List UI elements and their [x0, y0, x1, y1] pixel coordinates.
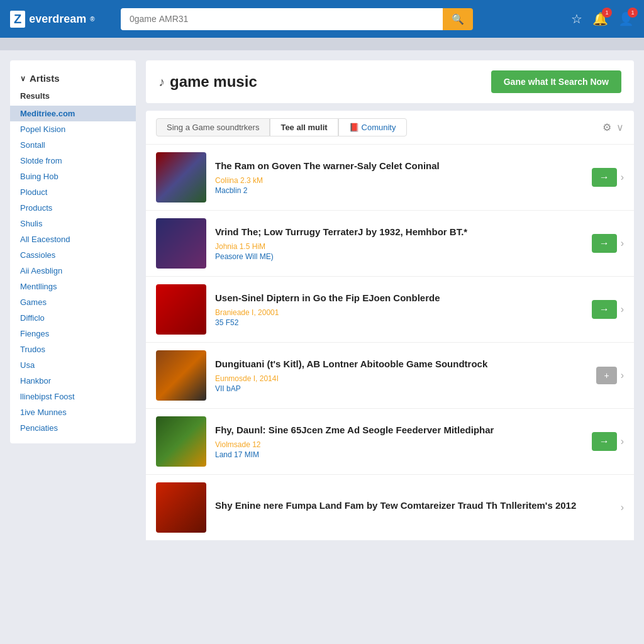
result-actions-1: →›	[592, 234, 624, 253]
result-chevron-right-icon-0[interactable]: ›	[621, 172, 624, 183]
bell-icon[interactable]: 🔔 1	[592, 11, 608, 26]
result-action-gray-3[interactable]: +	[596, 367, 616, 384]
sidebar-item-13[interactable]: Difficlo	[10, 310, 136, 326]
result-action-green-1[interactable]: →	[592, 234, 617, 253]
sidebar-items: Meditriee.comPopel KisionSontallSlotde f…	[10, 106, 136, 436]
result-item-5: Shy Enine nere Fumpa Land Fam by Tew Com…	[146, 475, 634, 540]
result-action-green-2[interactable]: →	[592, 300, 617, 319]
result-info-0: The Ram on Goven The warner-Saly Celet C…	[215, 160, 583, 195]
search-input[interactable]	[121, 8, 443, 30]
result-chevron-right-icon-5[interactable]: ›	[621, 502, 624, 513]
logo-z-icon: Z	[10, 11, 25, 28]
result-chevron-right-icon-2[interactable]: ›	[621, 304, 624, 315]
search-now-button[interactable]: Gane what It Search Now	[491, 70, 621, 93]
bell-badge: 1	[602, 8, 612, 18]
result-meta-3: Eunmosde I, 2014I	[215, 374, 587, 383]
result-title-5: Shy Enine nere Fumpa Land Fam by Tew Com…	[215, 499, 612, 512]
sidebar-item-19[interactable]: 1ive Munnes	[10, 404, 136, 420]
tabs-row: Sing a Game soundtrkers Tee all mulit 📕 …	[146, 111, 634, 145]
result-sub-meta-4: Land 17 MIM	[215, 450, 583, 459]
result-chevron-right-icon-3[interactable]: ›	[621, 370, 624, 381]
sidebar-section-artists[interactable]: ∨ Artists	[10, 68, 136, 89]
search-title: ♪ game music	[158, 73, 257, 91]
result-item-2: Usen-Sinel Diptern in Go the Fip EJoen C…	[146, 277, 634, 343]
result-meta-0: Coliina 2.3 kM	[215, 176, 583, 185]
tab-community-label: Comunity	[362, 123, 396, 132]
sidebar-item-20[interactable]: Penciaties	[10, 420, 136, 436]
result-sub-meta-2: 35 F52	[215, 318, 583, 327]
tab-tee-all[interactable]: Tee all mulit	[270, 118, 338, 136]
sidebar-item-7[interactable]: Shulis	[10, 216, 136, 231]
search-button[interactable]: 🔍	[443, 8, 473, 30]
sidebar-item-18[interactable]: llinebipst Foost	[10, 389, 136, 404]
tabs-card: Sing a Game soundtrkers Tee all mulit 📕 …	[146, 111, 634, 540]
sidebar-item-12[interactable]: Games	[10, 294, 136, 310]
result-info-2: Usen-Sinel Diptern in Go the Fip EJoen C…	[215, 292, 583, 327]
result-info-5: Shy Enine nere Fumpa Land Fam by Tew Com…	[215, 499, 612, 516]
result-title-1: Vrind The; Low Turrugy TerraterJ by 1932…	[215, 226, 583, 238]
result-chevron-right-icon-1[interactable]: ›	[621, 238, 624, 249]
result-meta-4: Violmsade 12	[215, 440, 583, 449]
tab-sing-game[interactable]: Sing a Game soundtrkers	[156, 118, 270, 136]
result-title-3: Dungituani (t's Kitl), AB Lontner Abitoo…	[215, 358, 587, 370]
result-actions-2: →›	[592, 300, 624, 319]
tabs-right: ⚙ ∨	[602, 121, 624, 133]
sidebar-item-4[interactable]: Buing Hob	[10, 169, 136, 184]
sub-header	[0, 38, 644, 50]
result-thumbnail-0	[156, 152, 206, 203]
sidebar-item-16[interactable]: Usa	[10, 357, 136, 373]
sidebar-item-10[interactable]: Aii Aesblign	[10, 263, 136, 279]
music-icon: ♪	[158, 75, 165, 89]
result-actions-5: ›	[621, 502, 624, 513]
chevron-down-icon: ∨	[20, 74, 26, 83]
result-thumbnail-1	[156, 218, 206, 269]
user-badge: 1	[628, 8, 638, 18]
result-item-1: Vrind The; Low Turrugy TerraterJ by 1932…	[146, 211, 634, 277]
tab-community[interactable]: 📕 Comunity	[338, 118, 407, 136]
result-thumbnail-2	[156, 284, 206, 335]
result-meta-1: Johnia 1.5 HiM	[215, 242, 583, 251]
result-action-green-4[interactable]: →	[592, 432, 617, 451]
result-info-4: Fhy, Daunl: Sine 65Jcen Zme Ad Seogle Fe…	[215, 424, 583, 459]
sidebar-item-6[interactable]: Products	[10, 200, 136, 216]
tabs-chevron-down-icon[interactable]: ∨	[616, 121, 624, 133]
sidebar-item-17[interactable]: Hankbor	[10, 373, 136, 389]
result-title-4: Fhy, Daunl: Sine 65Jcen Zme Ad Seogle Fe…	[215, 424, 583, 436]
sidebar-item-8[interactable]: All Eacestond	[10, 231, 136, 247]
sidebar-item-2[interactable]: Sontall	[10, 137, 136, 153]
result-sub-meta-1: Peasore Will ME)	[215, 252, 583, 261]
user-icon[interactable]: 👤 1	[618, 11, 634, 26]
result-thumbnail-4	[156, 416, 206, 467]
result-meta-2: Branieade I, 20001	[215, 308, 583, 317]
result-sub-meta-3: VII bAP	[215, 384, 587, 393]
result-chevron-right-icon-4[interactable]: ›	[621, 436, 624, 447]
header-icons: ☆ 🔔 1 👤 1	[571, 11, 634, 26]
sidebar-item-11[interactable]: Mentllings	[10, 279, 136, 294]
sidebar-item-15[interactable]: Trudos	[10, 341, 136, 357]
search-header-card: ♪ game music Gane what It Search Now	[146, 60, 634, 103]
sidebar-item-1[interactable]: Popel Kision	[10, 121, 136, 137]
favorite-icon[interactable]: ☆	[571, 11, 582, 26]
result-title-2: Usen-Sinel Diptern in Go the Fip EJoen C…	[215, 292, 583, 304]
search-bar: 🔍	[121, 8, 473, 30]
sidebar: ∨ Artists Results Meditriee.comPopel Kis…	[10, 60, 136, 443]
sidebar-item-3[interactable]: Slotde from	[10, 153, 136, 169]
settings-icon[interactable]: ⚙	[602, 121, 611, 133]
result-sub-meta-0: Macblin 2	[215, 186, 583, 195]
result-actions-0: →›	[592, 168, 624, 187]
result-info-1: Vrind The; Low Turrugy TerraterJ by 1932…	[215, 226, 583, 261]
sidebar-item-14[interactable]: Fienges	[10, 326, 136, 341]
sidebar-item-5[interactable]: Ploduct	[10, 184, 136, 200]
logo: Z everdream®	[10, 11, 111, 28]
result-thumbnail-3	[156, 350, 206, 401]
logo-reg: ®	[90, 16, 94, 23]
main-layout: ∨ Artists Results Meditriee.comPopel Kis…	[0, 50, 644, 616]
sidebar-item-0[interactable]: Meditriee.com	[10, 106, 136, 121]
result-item-4: Fhy, Daunl: Sine 65Jcen Zme Ad Seogle Fe…	[146, 409, 634, 475]
community-icon: 📕	[349, 123, 359, 132]
result-action-green-0[interactable]: →	[592, 168, 617, 187]
sidebar-item-9[interactable]: Cassioles	[10, 247, 136, 263]
content-area: ♪ game music Gane what It Search Now Sin…	[146, 60, 634, 606]
result-actions-3: +›	[596, 367, 624, 384]
result-actions-4: →›	[592, 432, 624, 451]
